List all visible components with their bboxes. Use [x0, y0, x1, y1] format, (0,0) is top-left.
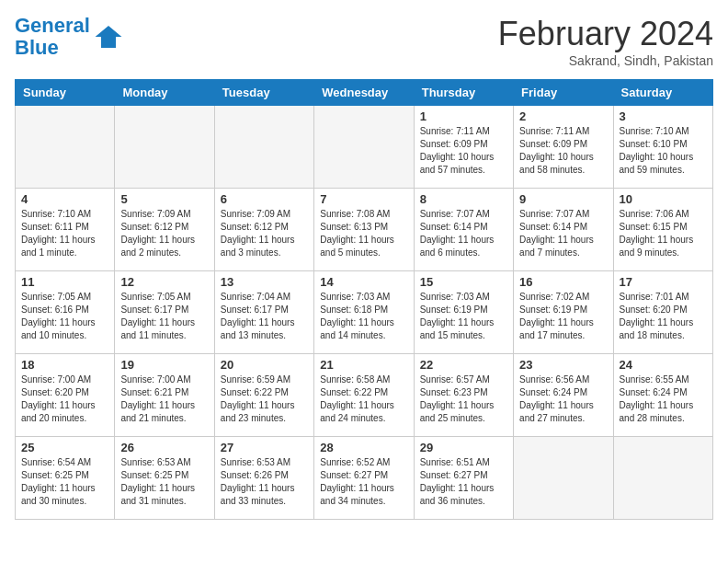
- calendar-cell: 27Sunrise: 6:53 AMSunset: 6:26 PMDayligh…: [214, 437, 313, 520]
- weekday-header: Friday: [514, 80, 613, 106]
- svg-marker-0: [96, 26, 122, 48]
- calendar-cell: 14Sunrise: 7:03 AMSunset: 6:18 PMDayligh…: [314, 271, 414, 354]
- day-number: 27: [221, 441, 308, 454]
- day-info: Sunrise: 6:52 AMSunset: 6:27 PMDaylight:…: [320, 456, 407, 508]
- day-info: Sunrise: 7:09 AMSunset: 6:12 PMDaylight:…: [120, 208, 208, 259]
- page-header: GeneralBlue February 2024 Sakrand, Sindh…: [15, 15, 713, 68]
- day-info: Sunrise: 7:09 AMSunset: 6:12 PMDaylight:…: [221, 208, 308, 259]
- calendar-table: SundayMondayTuesdayWednesdayThursdayFrid…: [15, 79, 713, 520]
- calendar-cell: 13Sunrise: 7:04 AMSunset: 6:17 PMDayligh…: [214, 271, 313, 354]
- day-info: Sunrise: 7:01 AMSunset: 6:20 PMDaylight:…: [620, 291, 707, 342]
- weekday-header: Wednesday: [314, 80, 414, 106]
- day-info: Sunrise: 6:57 AMSunset: 6:23 PMDaylight:…: [420, 373, 507, 425]
- month-title: February 2024: [498, 15, 713, 53]
- day-number: 22: [420, 358, 507, 372]
- calendar-week-row: 18Sunrise: 7:00 AMSunset: 6:20 PMDayligh…: [16, 354, 713, 437]
- day-number: 18: [21, 358, 108, 372]
- logo: GeneralBlue: [15, 15, 123, 59]
- calendar-cell: [115, 106, 214, 189]
- day-number: 15: [420, 275, 507, 289]
- calendar-week-row: 4Sunrise: 7:10 AMSunset: 6:11 PMDaylight…: [16, 189, 713, 271]
- day-info: Sunrise: 6:58 AMSunset: 6:22 PMDaylight:…: [320, 373, 407, 425]
- day-info: Sunrise: 7:10 AMSunset: 6:10 PMDaylight:…: [620, 125, 707, 177]
- day-info: Sunrise: 7:04 AMSunset: 6:17 PMDaylight:…: [221, 291, 308, 342]
- calendar-cell: 19Sunrise: 7:00 AMSunset: 6:21 PMDayligh…: [115, 354, 214, 437]
- day-info: Sunrise: 6:53 AMSunset: 6:25 PMDaylight:…: [120, 456, 208, 508]
- calendar-week-row: 1Sunrise: 7:11 AMSunset: 6:09 PMDaylight…: [16, 106, 713, 189]
- calendar-week-row: 11Sunrise: 7:05 AMSunset: 6:16 PMDayligh…: [16, 271, 713, 354]
- calendar-cell: 8Sunrise: 7:07 AMSunset: 6:14 PMDaylight…: [414, 189, 513, 271]
- day-number: 3: [620, 109, 707, 123]
- calendar-cell: 5Sunrise: 7:09 AMSunset: 6:12 PMDaylight…: [115, 189, 214, 271]
- weekday-header: Saturday: [613, 80, 712, 106]
- calendar-cell: 28Sunrise: 6:52 AMSunset: 6:27 PMDayligh…: [314, 437, 414, 520]
- day-number: 26: [120, 441, 208, 454]
- calendar-cell: 21Sunrise: 6:58 AMSunset: 6:22 PMDayligh…: [314, 354, 414, 437]
- day-number: 1: [420, 109, 507, 123]
- calendar-cell: 25Sunrise: 6:54 AMSunset: 6:25 PMDayligh…: [16, 437, 115, 520]
- calendar-cell: 18Sunrise: 7:00 AMSunset: 6:20 PMDayligh…: [16, 354, 115, 437]
- calendar-cell: [314, 106, 414, 189]
- day-number: 16: [519, 275, 607, 289]
- calendar-cell: 23Sunrise: 6:56 AMSunset: 6:24 PMDayligh…: [514, 354, 613, 437]
- day-number: 10: [620, 192, 707, 206]
- day-number: 7: [320, 192, 407, 206]
- day-info: Sunrise: 7:08 AMSunset: 6:13 PMDaylight:…: [320, 208, 407, 259]
- weekday-header: Thursday: [414, 80, 513, 106]
- calendar-cell: [514, 437, 613, 520]
- day-number: 20: [221, 358, 308, 372]
- day-info: Sunrise: 7:07 AMSunset: 6:14 PMDaylight:…: [420, 208, 507, 259]
- calendar-week-row: 25Sunrise: 6:54 AMSunset: 6:25 PMDayligh…: [16, 437, 713, 520]
- calendar-cell: 1Sunrise: 7:11 AMSunset: 6:09 PMDaylight…: [414, 106, 513, 189]
- day-number: 17: [620, 275, 707, 289]
- calendar-cell: [214, 106, 313, 189]
- day-info: Sunrise: 6:53 AMSunset: 6:26 PMDaylight:…: [221, 456, 308, 508]
- calendar-body: 1Sunrise: 7:11 AMSunset: 6:09 PMDaylight…: [16, 106, 713, 520]
- calendar-cell: 26Sunrise: 6:53 AMSunset: 6:25 PMDayligh…: [115, 437, 214, 520]
- calendar-cell: 11Sunrise: 7:05 AMSunset: 6:16 PMDayligh…: [16, 271, 115, 354]
- day-number: 11: [21, 275, 108, 289]
- calendar-cell: 20Sunrise: 6:59 AMSunset: 6:22 PMDayligh…: [214, 354, 313, 437]
- calendar-cell: 7Sunrise: 7:08 AMSunset: 6:13 PMDaylight…: [314, 189, 414, 271]
- day-number: 4: [21, 192, 108, 206]
- day-number: 8: [420, 192, 507, 206]
- calendar-header-row: SundayMondayTuesdayWednesdayThursdayFrid…: [16, 80, 713, 106]
- day-info: Sunrise: 7:06 AMSunset: 6:15 PMDaylight:…: [620, 208, 707, 259]
- day-number: 2: [519, 109, 607, 123]
- calendar-cell: 12Sunrise: 7:05 AMSunset: 6:17 PMDayligh…: [115, 271, 214, 354]
- day-info: Sunrise: 7:05 AMSunset: 6:16 PMDaylight:…: [21, 291, 108, 342]
- weekday-header: Sunday: [16, 80, 115, 106]
- day-info: Sunrise: 6:51 AMSunset: 6:27 PMDaylight:…: [420, 456, 507, 508]
- calendar-cell: 10Sunrise: 7:06 AMSunset: 6:15 PMDayligh…: [613, 189, 712, 271]
- calendar-cell: 3Sunrise: 7:10 AMSunset: 6:10 PMDaylight…: [613, 106, 712, 189]
- logo-icon: [94, 22, 123, 52]
- day-info: Sunrise: 7:10 AMSunset: 6:11 PMDaylight:…: [21, 208, 108, 259]
- day-number: 5: [120, 192, 208, 206]
- day-info: Sunrise: 7:05 AMSunset: 6:17 PMDaylight:…: [120, 291, 208, 342]
- title-block: February 2024 Sakrand, Sindh, Pakistan: [498, 15, 713, 68]
- calendar-cell: 6Sunrise: 7:09 AMSunset: 6:12 PMDaylight…: [214, 189, 313, 271]
- day-info: Sunrise: 6:55 AMSunset: 6:24 PMDaylight:…: [620, 373, 707, 425]
- day-number: 25: [21, 441, 108, 454]
- day-number: 19: [120, 358, 208, 372]
- day-number: 29: [420, 441, 507, 454]
- day-number: 14: [320, 275, 407, 289]
- day-number: 9: [519, 192, 607, 206]
- day-number: 21: [320, 358, 407, 372]
- day-info: Sunrise: 7:00 AMSunset: 6:20 PMDaylight:…: [21, 373, 108, 425]
- calendar-cell: [16, 106, 115, 189]
- day-info: Sunrise: 6:56 AMSunset: 6:24 PMDaylight:…: [519, 373, 607, 425]
- calendar-cell: 15Sunrise: 7:03 AMSunset: 6:19 PMDayligh…: [414, 271, 513, 354]
- weekday-header: Monday: [115, 80, 214, 106]
- calendar-cell: 17Sunrise: 7:01 AMSunset: 6:20 PMDayligh…: [613, 271, 712, 354]
- day-info: Sunrise: 7:03 AMSunset: 6:18 PMDaylight:…: [320, 291, 407, 342]
- day-info: Sunrise: 7:07 AMSunset: 6:14 PMDaylight:…: [519, 208, 607, 259]
- day-info: Sunrise: 6:59 AMSunset: 6:22 PMDaylight:…: [221, 373, 308, 425]
- day-info: Sunrise: 7:00 AMSunset: 6:21 PMDaylight:…: [120, 373, 208, 425]
- day-info: Sunrise: 7:03 AMSunset: 6:19 PMDaylight:…: [420, 291, 507, 342]
- weekday-header: Tuesday: [214, 80, 313, 106]
- day-number: 12: [120, 275, 208, 289]
- day-number: 6: [221, 192, 308, 206]
- location: Sakrand, Sindh, Pakistan: [498, 53, 713, 68]
- calendar-cell: 16Sunrise: 7:02 AMSunset: 6:19 PMDayligh…: [514, 271, 613, 354]
